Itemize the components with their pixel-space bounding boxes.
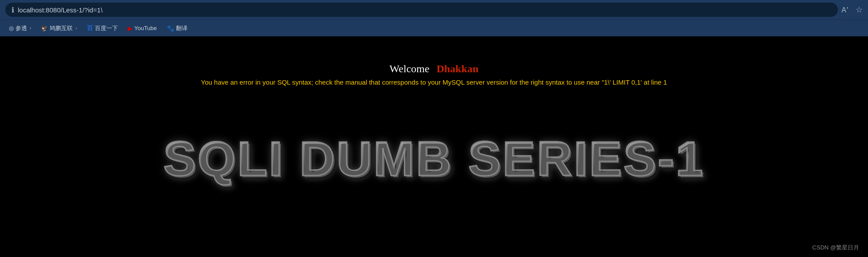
info-icon[interactable]: ℹ [12, 6, 14, 14]
footer-text: CSDN @繁星日月 [812, 244, 859, 252]
sqli-title: SQLI DUMB SERIES-1 [163, 130, 704, 187]
bookmark-baidu[interactable]: 百 百度一下 [83, 23, 121, 34]
youtube-text: YouTube [134, 25, 157, 31]
cancan-label: 参透 [16, 24, 27, 32]
bookmarks-bar: ◎ 参透 › 🦅 鸠鹏互联 › 百 百度一下 ▶ Welcome YouTube… [0, 19, 868, 36]
welcome-section: Welcome Dhakkan You have an error in you… [201, 63, 667, 86]
bookmark-cancan[interactable]: ◎ 参透 › [5, 23, 35, 34]
bookmark-youtube[interactable]: ▶ Welcome YouTube [124, 23, 160, 33]
address-url[interactable]: localhost:8080/Less-1/?id=1\ [18, 6, 102, 14]
sqli-title-text: SQLI DUMB SERIES-1 [163, 131, 704, 186]
youtube-icon: ▶ [128, 25, 133, 32]
dhakkan-name: Dhakkan [437, 63, 479, 74]
translate-label: 翻译 [176, 24, 188, 32]
kunpeng-chevron: › [75, 26, 77, 31]
cancan-icon: ◎ [9, 25, 14, 31]
baidu-icon: 百 [87, 24, 93, 32]
address-bar[interactable]: ℹ localhost:8080/Less-1/?id=1\ [5, 3, 838, 17]
kunpeng-icon: 🦅 [41, 25, 48, 31]
browser-chrome: ℹ localhost:8080/Less-1/?id=1\ Aʼ ☆ ◎ 参透… [0, 0, 868, 36]
browser-icons-right: Aʼ ☆ [841, 5, 863, 15]
font-size-icon[interactable]: Aʼ [841, 6, 848, 14]
page-content: Welcome Dhakkan You have an error in you… [0, 36, 868, 257]
baidu-label: 百度一下 [95, 24, 118, 32]
welcome-prefix: Welcome [390, 63, 430, 74]
bookmark-kunpeng[interactable]: 🦅 鸠鹏互联 › [37, 23, 80, 34]
cancan-chevron: › [30, 26, 31, 31]
translate-icon: 🐾 [167, 25, 174, 32]
error-message: You have an error in your SQL syntax; ch… [201, 78, 667, 86]
kunpeng-label: 鸠鹏互联 [50, 24, 73, 32]
welcome-line: Welcome Dhakkan [201, 63, 667, 75]
address-bar-row: ℹ localhost:8080/Less-1/?id=1\ Aʼ ☆ [0, 0, 868, 19]
favorites-icon[interactable]: ☆ [856, 5, 863, 15]
bookmark-translate[interactable]: 🐾 翻译 [163, 23, 191, 34]
